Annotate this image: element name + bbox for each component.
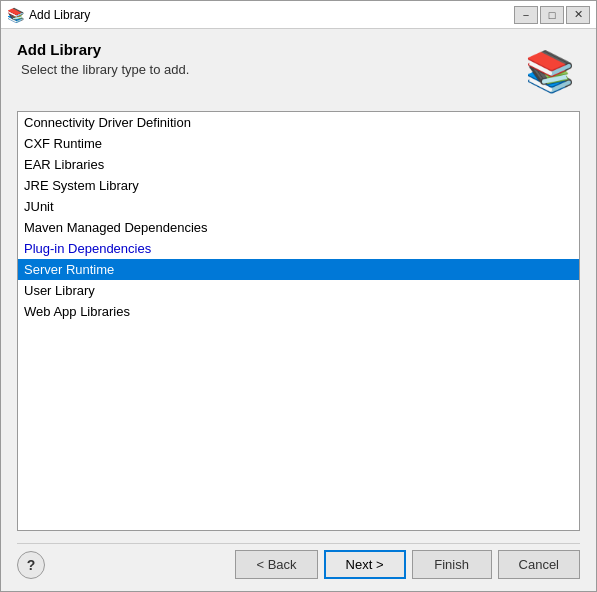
- finish-button[interactable]: Finish: [412, 550, 492, 579]
- books-icon: 📚: [525, 51, 575, 91]
- dialog-icon: 📚: [7, 7, 23, 23]
- list-item[interactable]: Web App Libraries: [18, 301, 579, 322]
- list-item[interactable]: CXF Runtime: [18, 133, 579, 154]
- close-button[interactable]: ✕: [566, 6, 590, 24]
- maximize-button[interactable]: □: [540, 6, 564, 24]
- dialog-subtitle: Select the library type to add.: [21, 62, 189, 77]
- next-button[interactable]: Next >: [324, 550, 406, 579]
- dialog-body: Add Library Select the library type to a…: [1, 29, 596, 591]
- dialog-title: Add Library: [17, 41, 189, 58]
- list-item[interactable]: User Library: [18, 280, 579, 301]
- header-icon: 📚: [520, 41, 580, 101]
- minimize-button[interactable]: −: [514, 6, 538, 24]
- header-text: Add Library Select the library type to a…: [17, 41, 189, 77]
- back-button[interactable]: < Back: [235, 550, 317, 579]
- list-item[interactable]: JUnit: [18, 196, 579, 217]
- list-item[interactable]: JRE System Library: [18, 175, 579, 196]
- title-bar-text: Add Library: [29, 8, 514, 22]
- library-list: Connectivity Driver DefinitionCXF Runtim…: [18, 112, 579, 322]
- add-library-dialog: 📚 Add Library − □ ✕ Add Library Select t…: [0, 0, 597, 592]
- help-button[interactable]: ?: [17, 551, 45, 579]
- library-list-container[interactable]: Connectivity Driver DefinitionCXF Runtim…: [17, 111, 580, 531]
- title-bar-controls: − □ ✕: [514, 6, 590, 24]
- footer-buttons: < Back Next > Finish Cancel: [235, 550, 580, 579]
- cancel-button[interactable]: Cancel: [498, 550, 580, 579]
- list-item[interactable]: EAR Libraries: [18, 154, 579, 175]
- footer: ? < Back Next > Finish Cancel: [17, 543, 580, 583]
- header-section: Add Library Select the library type to a…: [17, 41, 580, 101]
- list-item[interactable]: Plug-in Dependencies: [18, 238, 579, 259]
- title-bar: 📚 Add Library − □ ✕: [1, 1, 596, 29]
- list-item[interactable]: Maven Managed Dependencies: [18, 217, 579, 238]
- list-item[interactable]: Connectivity Driver Definition: [18, 112, 579, 133]
- list-item[interactable]: Server Runtime: [18, 259, 579, 280]
